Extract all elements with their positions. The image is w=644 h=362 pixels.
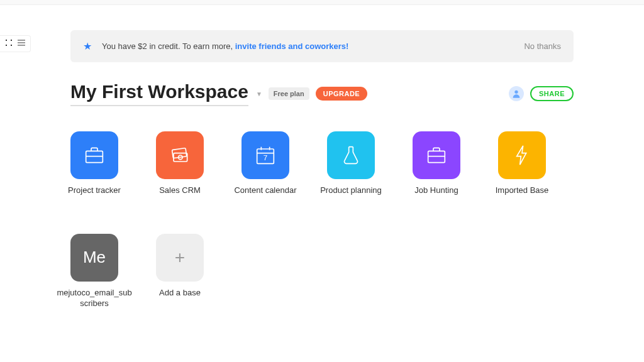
base-tile[interactable]: Product planning	[327, 131, 375, 196]
money-icon	[156, 131, 204, 179]
upgrade-button[interactable]: UPGRADE	[316, 87, 368, 101]
briefcase-icon	[70, 131, 118, 179]
base-label: Content calendar	[228, 185, 303, 196]
flask-icon	[327, 131, 375, 179]
briefcase-icon	[413, 131, 460, 179]
list-view-icon[interactable]	[18, 39, 25, 48]
base-label: mejutoco_email_subscribers	[57, 288, 132, 309]
workspace-title[interactable]: My First Workspace	[70, 81, 248, 106]
chevron-down-icon[interactable]: ▼	[256, 90, 262, 97]
base-tile[interactable]: Job Hunting	[413, 131, 460, 196]
add-base[interactable]: +Add a base	[156, 234, 204, 309]
avatar[interactable]	[509, 86, 524, 101]
bolt-icon	[498, 131, 546, 179]
share-button[interactable]: SHARE	[530, 86, 574, 101]
credit-banner: ★ You have $2 in credit. To earn more, i…	[70, 30, 574, 62]
calendar-icon: 7	[242, 131, 289, 179]
plan-badge: Free plan	[269, 87, 309, 100]
svg-point-0	[514, 90, 518, 94]
banner-dismiss[interactable]: No thanks	[524, 41, 561, 51]
base-tile[interactable]: Sales CRM	[156, 131, 204, 196]
svg-text:7: 7	[264, 153, 267, 162]
base-label: Imported Base	[484, 185, 560, 196]
add-base-label: Add a base	[142, 288, 218, 299]
base-tile[interactable]: Imported Base	[498, 131, 546, 196]
invite-link[interactable]: invite friends and coworkers!	[235, 41, 349, 51]
plus-icon: +	[156, 234, 204, 282]
grid-view-icon[interactable]	[5, 39, 13, 48]
text-icon: Me	[70, 234, 118, 282]
base-label: Sales CRM	[142, 185, 218, 196]
base-label: Product planning	[313, 185, 389, 196]
base-tile[interactable]: Memejutoco_email_subscribers	[70, 234, 118, 309]
star-icon: ★	[83, 40, 92, 52]
base-label: Job Hunting	[399, 185, 474, 196]
banner-message: You have $2 in credit. To earn more, inv…	[102, 41, 524, 51]
view-toggle[interactable]	[0, 35, 31, 52]
base-tile[interactable]: Project tracker	[70, 131, 118, 196]
base-label: Project tracker	[57, 185, 132, 196]
base-tile[interactable]: 7Content calendar	[242, 131, 289, 196]
